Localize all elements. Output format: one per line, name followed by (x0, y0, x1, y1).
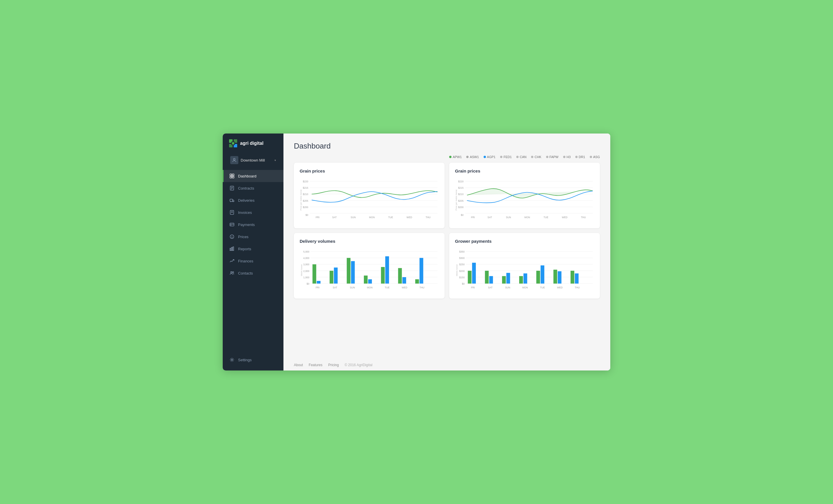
account-selector[interactable]: Downtown Mill ▾ (225, 153, 281, 167)
sidebar-item-label: Finances (238, 259, 253, 263)
svg-text:Metric tonne: Metric tonne (456, 264, 458, 276)
legend-label-h3: H3 (567, 155, 571, 159)
svg-point-28 (231, 272, 232, 273)
legend-item-asg[interactable]: ASG (590, 155, 600, 159)
legend-item-chk[interactable]: CHK (531, 155, 541, 159)
legend-item-fed1[interactable]: FED1 (500, 155, 511, 159)
svg-rect-7 (232, 174, 234, 176)
svg-rect-88 (347, 258, 351, 283)
main-content: Dashboard APW1 ASW1 AGP1 FED (283, 133, 610, 371)
svg-rect-85 (317, 281, 320, 283)
svg-text:$215: $215 (458, 186, 463, 189)
svg-rect-122 (502, 276, 506, 283)
svg-rect-129 (558, 271, 562, 284)
chart-title: Delivery volumes (300, 239, 439, 244)
sidebar-item-label: Payments (238, 223, 255, 227)
sidebar-item-reports[interactable]: Reports (223, 243, 283, 255)
svg-rect-89 (351, 261, 355, 284)
svg-text:TUE: TUE (544, 216, 548, 219)
logo-icon (229, 139, 238, 148)
trending-up-icon (229, 258, 235, 263)
sidebar-item-deliveries[interactable]: Deliveries (223, 194, 283, 206)
svg-rect-94 (398, 268, 402, 284)
svg-text:$220: $220 (458, 180, 463, 183)
svg-text:MON: MON (522, 286, 528, 289)
svg-text:FRI: FRI (315, 286, 319, 289)
svg-rect-96 (415, 279, 419, 283)
svg-text:$300: $300 (459, 257, 465, 259)
svg-text:WED: WED (562, 216, 568, 219)
svg-text:Price per metric tonne: Price per metric tonne (455, 190, 457, 210)
svg-text:$: $ (231, 236, 233, 238)
svg-text:$205: $205 (303, 199, 308, 202)
legend-item-dr1[interactable]: DR1 (575, 155, 585, 159)
legend-label-fed1: FED1 (504, 155, 511, 159)
sidebar-item-settings[interactable]: Settings (229, 354, 278, 366)
footer-link-pricing[interactable]: Pricing (328, 363, 339, 367)
svg-text:SAT: SAT (333, 286, 337, 289)
sidebar-item-dashboard[interactable]: Dashboard (223, 170, 283, 182)
svg-text:$220: $220 (303, 180, 308, 183)
legend-label-apw1: APW1 (453, 155, 461, 159)
svg-text:$0: $0 (461, 214, 463, 217)
svg-text:$210: $210 (303, 193, 308, 196)
svg-text:TUE: TUE (388, 216, 393, 219)
legend-label-asg: ASG (593, 155, 600, 159)
legend-dot-agp1 (483, 156, 486, 158)
sidebar-item-contacts[interactable]: Contacts (223, 267, 283, 279)
legend-item-apw1[interactable]: APW1 (449, 155, 461, 159)
legend-item-can[interactable]: CAN (516, 155, 526, 159)
svg-rect-5 (232, 142, 234, 145)
sidebar-item-label: Reports (238, 247, 251, 251)
svg-text:SAT: SAT (488, 286, 493, 289)
legend-label-fapw: FAPW (550, 155, 558, 159)
svg-text:SAT: SAT (332, 216, 337, 219)
sidebar-item-prices[interactable]: $ Prices (223, 231, 283, 243)
legend-item-asw1[interactable]: ASW1 (466, 155, 479, 159)
sidebar-item-invoices[interactable]: Invoices (223, 206, 283, 219)
svg-text:$200: $200 (458, 206, 463, 209)
svg-text:THU: THU (575, 286, 580, 289)
legend-item-fapw[interactable]: FAPW (546, 155, 558, 159)
svg-text:THU: THU (426, 216, 430, 219)
svg-text:$0: $0 (305, 214, 308, 217)
svg-rect-128 (553, 270, 557, 283)
sidebar-item-finances[interactable]: Finances (223, 255, 283, 267)
legend-dot-asw1 (466, 156, 469, 158)
chart-title: Grain prices (455, 169, 594, 173)
svg-text:$215: $215 (303, 186, 308, 189)
sidebar-item-payments[interactable]: Payments (223, 219, 283, 231)
svg-rect-86 (330, 271, 333, 283)
legend-label-dr1: DR1 (579, 155, 585, 159)
logo: agri digital (223, 133, 283, 153)
app-container: agri digital Downtown Mill ▾ Dashboard (223, 133, 610, 371)
sidebar-item-label: Settings (238, 358, 252, 362)
legend-dot-can (516, 156, 519, 158)
svg-text:2,000: 2,000 (303, 270, 309, 273)
settings-icon (229, 357, 235, 362)
chart-title: Grower payments (455, 239, 594, 244)
svg-text:$200: $200 (303, 206, 308, 209)
svg-rect-126 (536, 271, 540, 283)
sidebar-item-label: Contracts (238, 186, 254, 191)
sidebar-item-contracts[interactable]: Contracts (223, 182, 283, 194)
svg-point-30 (231, 359, 233, 361)
svg-rect-119 (472, 263, 476, 283)
main-body: APW1 ASW1 AGP1 FED1 CAN (283, 155, 610, 359)
footer-link-about[interactable]: About (294, 363, 303, 367)
svg-text:SUN: SUN (505, 286, 510, 289)
footer-link-features[interactable]: Features (309, 363, 322, 367)
grid-icon (229, 173, 235, 179)
legend-dot-dr1 (575, 156, 578, 158)
svg-text:$0: $0 (462, 282, 465, 285)
chart-legend: APW1 ASW1 AGP1 FED1 CAN (294, 155, 600, 159)
svg-rect-84 (312, 264, 316, 284)
grain-prices-1-svg: $220 $215 $210 $205 $200 $0 Price per me… (300, 177, 439, 223)
legend-item-h3[interactable]: H3 (563, 155, 571, 159)
account-icon (230, 156, 238, 164)
legend-label-chk: CHK (534, 155, 541, 159)
svg-text:$150: $150 (459, 276, 465, 279)
legend-item-agp1[interactable]: AGP1 (483, 155, 496, 159)
svg-rect-93 (385, 256, 389, 283)
sidebar-item-label: Prices (238, 235, 248, 239)
